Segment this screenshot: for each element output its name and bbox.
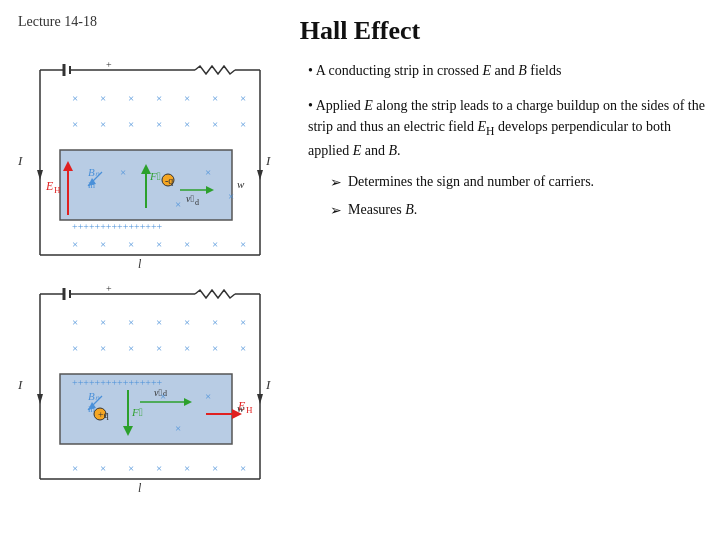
svg-text:×: × bbox=[156, 92, 162, 104]
svg-marker-72 bbox=[37, 394, 43, 404]
svg-text:×: × bbox=[240, 462, 246, 474]
svg-text:×: × bbox=[240, 92, 246, 104]
svg-text:×: × bbox=[184, 342, 190, 354]
svg-text:×: × bbox=[72, 316, 78, 328]
sub-bullet-2-text: Measures B. bbox=[348, 199, 417, 220]
svg-text:++++++++++++++++: ++++++++++++++++ bbox=[72, 221, 163, 232]
svg-text:×: × bbox=[128, 92, 134, 104]
svg-text:w: w bbox=[237, 402, 245, 414]
svg-text:E: E bbox=[45, 179, 54, 193]
svg-text:v⃗: v⃗ bbox=[186, 193, 194, 204]
svg-text:F⃗: F⃗ bbox=[131, 406, 143, 418]
svg-text:F⃗: F⃗ bbox=[149, 170, 161, 182]
svg-text:×: × bbox=[212, 118, 218, 130]
svg-text:×: × bbox=[240, 118, 246, 130]
svg-text:×: × bbox=[212, 316, 218, 328]
svg-text:×: × bbox=[72, 342, 78, 354]
svg-text:d: d bbox=[195, 198, 199, 207]
svg-text:++++++++++++++++: ++++++++++++++++ bbox=[72, 377, 163, 388]
bullet-1: • A conducting strip in crossed E and B … bbox=[308, 60, 710, 81]
svg-text:I: I bbox=[265, 377, 271, 392]
svg-text:×: × bbox=[72, 462, 78, 474]
svg-text:×: × bbox=[100, 462, 106, 474]
svg-text:×: × bbox=[128, 238, 134, 250]
svg-text:×: × bbox=[175, 198, 181, 210]
svg-text:×: × bbox=[156, 342, 162, 354]
svg-text:×: × bbox=[100, 316, 106, 328]
svg-marker-73 bbox=[257, 394, 263, 404]
svg-text:-q: -q bbox=[165, 175, 173, 186]
svg-text:×: × bbox=[100, 238, 106, 250]
page-title: Hall Effect bbox=[0, 16, 720, 46]
svg-text:×: × bbox=[100, 342, 106, 354]
svg-text:×: × bbox=[212, 238, 218, 250]
svg-text:×: × bbox=[100, 92, 106, 104]
svg-text:+q: +q bbox=[98, 409, 109, 420]
svg-text:×: × bbox=[100, 118, 106, 130]
bullet-2: • Applied E along the strip leads to a c… bbox=[308, 95, 710, 161]
svg-text:×: × bbox=[240, 342, 246, 354]
arrow-icon-1: ➢ bbox=[330, 172, 342, 193]
svg-text:×: × bbox=[228, 190, 234, 202]
svg-text:×: × bbox=[240, 316, 246, 328]
svg-text:×: × bbox=[72, 92, 78, 104]
svg-text:l: l bbox=[138, 257, 142, 270]
arrow-icon-2: ➢ bbox=[330, 200, 342, 221]
svg-text:×: × bbox=[128, 342, 134, 354]
svg-text:×: × bbox=[128, 118, 134, 130]
svg-text:×: × bbox=[212, 92, 218, 104]
diagram-bottom: + I I × × × × × × × × × × × × bbox=[10, 284, 282, 494]
svg-text:H: H bbox=[246, 405, 253, 415]
svg-text:I: I bbox=[265, 153, 271, 168]
svg-text:×: × bbox=[160, 390, 166, 402]
svg-text:×: × bbox=[184, 238, 190, 250]
svg-text:I: I bbox=[17, 377, 23, 392]
svg-text:×: × bbox=[72, 238, 78, 250]
bullet1-text: • A conducting strip in crossed E and B … bbox=[308, 63, 561, 78]
svg-text:×: × bbox=[156, 238, 162, 250]
svg-text:w: w bbox=[237, 178, 245, 190]
svg-text:×: × bbox=[175, 422, 181, 434]
svg-text:×: × bbox=[205, 390, 211, 402]
bullet2-text: • Applied E along the strip leads to a c… bbox=[308, 98, 705, 158]
svg-text:H: H bbox=[54, 185, 61, 195]
diagram-top: + I I × × × × bbox=[10, 60, 282, 270]
svg-text:×: × bbox=[205, 166, 211, 178]
sub-bullet-1-text: Determines the sign and number of carrie… bbox=[348, 171, 594, 192]
diagrams-panel: + I I × × × × bbox=[10, 60, 290, 530]
sub-bullet-2: ➢ Measures B. bbox=[330, 199, 710, 221]
svg-text:+: + bbox=[106, 60, 112, 70]
svg-text:×: × bbox=[128, 316, 134, 328]
svg-text:×: × bbox=[156, 118, 162, 130]
svg-text:×: × bbox=[184, 462, 190, 474]
svg-text:×: × bbox=[72, 118, 78, 130]
svg-text:×: × bbox=[212, 462, 218, 474]
svg-text:×: × bbox=[212, 342, 218, 354]
svg-text:×: × bbox=[120, 166, 126, 178]
svg-text:l: l bbox=[138, 481, 142, 494]
svg-text:×: × bbox=[184, 316, 190, 328]
svg-text:×: × bbox=[240, 238, 246, 250]
svg-text:+: + bbox=[106, 284, 112, 294]
svg-text:I: I bbox=[17, 153, 23, 168]
svg-marker-12 bbox=[37, 170, 43, 180]
svg-marker-13 bbox=[257, 170, 263, 180]
text-panel: • A conducting strip in crossed E and B … bbox=[300, 60, 710, 530]
svg-text:×: × bbox=[128, 462, 134, 474]
svg-text:×: × bbox=[156, 462, 162, 474]
svg-text:×: × bbox=[184, 92, 190, 104]
sub-bullet-1: ➢ Determines the sign and number of carr… bbox=[330, 171, 710, 193]
svg-text:×: × bbox=[184, 118, 190, 130]
svg-text:×: × bbox=[156, 316, 162, 328]
content-area: + I I × × × × bbox=[10, 60, 710, 530]
